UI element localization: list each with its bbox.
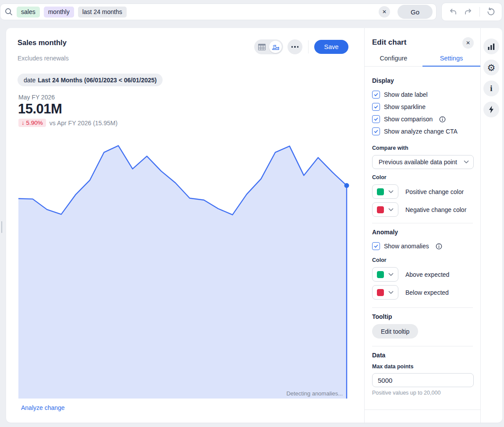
below-expected-row: Below expected — [372, 285, 473, 300]
checkbox-show-anomalies[interactable]: Show anomalies — [372, 240, 473, 252]
anomaly-color-label: Color — [372, 257, 473, 263]
max-data-points-input[interactable] — [372, 373, 474, 387]
anomaly-section-heading: Anomaly — [372, 229, 473, 236]
checkbox-checked-icon — [372, 127, 380, 135]
quick-actions-button[interactable] — [483, 102, 499, 117]
filter-chip-value: Last 24 Months (06/01/2023 < 06/01/2025) — [38, 77, 156, 84]
panel-resize-handle[interactable] — [1, 221, 2, 233]
search-token-last-24-months[interactable]: last 24 months — [78, 7, 127, 18]
lightning-icon — [488, 106, 494, 113]
positive-color-swatch — [377, 188, 384, 195]
section-divider — [372, 307, 473, 308]
gear-icon: ⚙ — [487, 63, 496, 72]
checkbox-checked-icon — [372, 103, 380, 111]
panel-body: Display Show date label Show sparkline S… — [365, 77, 480, 396]
answer-card: Sales monthly Excludes renewals — [6, 28, 502, 423]
tab-settings[interactable]: Settings — [422, 50, 480, 66]
below-expected-swatch — [377, 289, 384, 296]
compare-with-value: Previous available data point — [379, 159, 464, 166]
analyze-change-link[interactable]: Analyze change — [21, 404, 65, 411]
redo-icon[interactable] — [464, 7, 473, 17]
edit-tooltip-button[interactable]: Edit tooltip — [372, 324, 418, 339]
kpi-chart-icon — [272, 43, 280, 51]
positive-color-label: Positive change color — [405, 188, 464, 195]
undo-icon[interactable] — [448, 7, 458, 17]
info-icon: i — [490, 84, 492, 93]
section-divider — [372, 346, 473, 346]
clear-search-button[interactable]: ✕ — [379, 6, 390, 18]
compare-with-label: Compare with — [372, 145, 473, 151]
chart-insights-button[interactable] — [483, 39, 499, 54]
reset-icon[interactable] — [486, 7, 496, 17]
chevron-down-icon — [388, 208, 394, 212]
filter-chip-prefix: date — [24, 77, 35, 84]
panel-tabs: Configure Settings — [365, 50, 480, 67]
comparison-text: vs Apr FY 2026 (15.95M) — [50, 120, 117, 127]
below-expected-label: Below expected — [405, 289, 449, 296]
save-button[interactable]: Save — [314, 40, 348, 54]
panel-footer-divider — [365, 409, 480, 410]
settings-button[interactable]: ⚙ — [483, 60, 499, 75]
checkbox-show-date-label[interactable]: Show date label — [372, 88, 473, 101]
data-section-heading: Data — [372, 352, 473, 359]
close-panel-button[interactable]: ✕ — [462, 37, 474, 49]
history-controls — [441, 3, 502, 21]
above-expected-swatch — [377, 271, 384, 278]
above-expected-row: Above expected — [372, 267, 473, 282]
search-token-sales[interactable]: sales — [17, 7, 40, 18]
max-data-points-label: Max data points — [372, 363, 473, 370]
negative-color-picker[interactable] — [372, 202, 398, 217]
below-expected-color-picker[interactable] — [372, 285, 398, 300]
sparkline-chart[interactable]: Detecting anomalies... — [18, 145, 347, 399]
chart-title: Sales monthly — [18, 39, 67, 47]
ellipsis-icon — [291, 46, 293, 48]
search-bar[interactable]: sales monthly last 24 months ✕ Go — [0, 4, 437, 20]
table-icon — [258, 44, 266, 50]
latest-point-dot — [344, 183, 349, 188]
checkbox-show-comparison[interactable]: Show comparison — [372, 113, 473, 125]
checkbox-show-analyze-change-cta[interactable]: Show analyze change CTA — [372, 125, 473, 138]
search-icon — [5, 8, 13, 16]
checkbox-checked-icon — [372, 242, 380, 250]
date-filter-chip[interactable]: date Last 24 Months (06/01/2023 < 06/01/… — [18, 74, 163, 86]
right-icon-rail: ⚙ i — [481, 28, 502, 423]
tooltip-section-heading: Tooltip — [372, 313, 473, 320]
display-color-label: Color — [372, 174, 473, 180]
info-icon[interactable] — [439, 116, 446, 123]
panel-title: Edit chart — [372, 38, 406, 47]
toolbar-divider — [308, 40, 309, 53]
more-options-button[interactable] — [287, 39, 302, 54]
above-expected-color-picker[interactable] — [372, 267, 398, 282]
max-data-points-helper: Positive values up to 20,000 — [372, 390, 473, 396]
kpi-chart-view-button[interactable] — [269, 41, 282, 53]
negative-color-swatch — [377, 206, 384, 213]
compare-with-select[interactable]: Previous available data point — [372, 155, 474, 169]
search-token-monthly[interactable]: monthly — [44, 7, 74, 18]
table-view-button[interactable] — [256, 41, 268, 53]
checkbox-checked-icon — [372, 115, 380, 123]
toolbar-divider — [479, 7, 480, 17]
info-button[interactable]: i — [483, 81, 499, 96]
positive-color-row: Positive change color — [372, 184, 473, 199]
chevron-down-icon — [388, 190, 394, 194]
checkbox-checked-icon — [372, 91, 380, 99]
positive-color-picker[interactable] — [372, 184, 398, 199]
chevron-down-icon — [388, 273, 394, 276]
display-section-heading: Display — [372, 77, 473, 84]
kpi-change-row: ↓ 5.90% vs Apr FY 2026 (15.95M) — [18, 119, 117, 127]
go-button[interactable]: Go — [398, 5, 433, 19]
chevron-down-icon — [388, 291, 394, 294]
chart-subtitle: Excludes renewals — [18, 55, 69, 62]
negative-color-row: Negative change color — [372, 202, 473, 217]
change-badge: ↓ 5.90% — [18, 119, 46, 127]
info-icon[interactable] — [436, 243, 442, 250]
anomaly-status-text: Detecting anomalies... — [286, 390, 343, 397]
kpi-value: 15.01M — [18, 101, 62, 117]
checkbox-show-sparkline[interactable]: Show sparkline — [372, 101, 473, 113]
above-expected-label: Above expected — [405, 271, 449, 278]
panel-header: Edit chart ✕ — [365, 28, 480, 50]
chevron-down-icon — [464, 160, 469, 164]
section-divider — [372, 223, 473, 223]
kpi-period-label: May FY 2026 — [18, 94, 55, 101]
tab-configure[interactable]: Configure — [365, 50, 422, 66]
